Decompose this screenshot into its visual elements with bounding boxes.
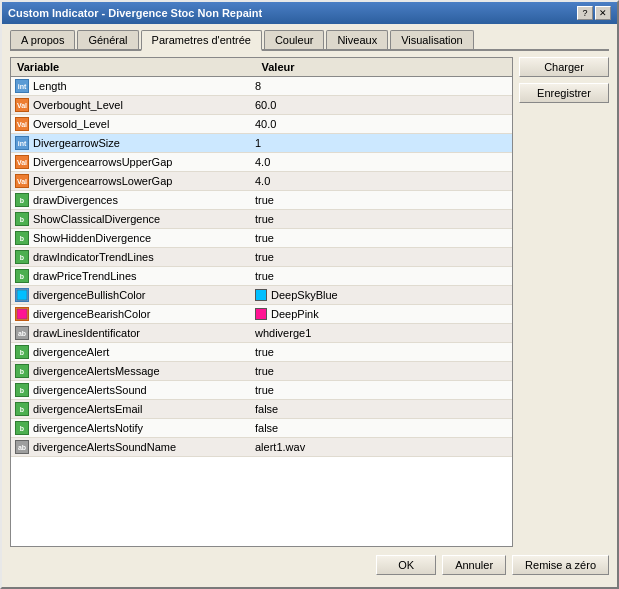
- val-cell: true: [251, 210, 512, 228]
- ok-button[interactable]: OK: [376, 555, 436, 575]
- svg-rect-1: [17, 309, 27, 319]
- table-row[interactable]: ab drawLinesIdentificator whdiverge1: [11, 324, 512, 343]
- val-icon: Val: [15, 98, 29, 112]
- table-row[interactable]: b ShowHiddenDivergence true: [11, 229, 512, 248]
- window-title: Custom Indicator - Divergence Stoc Non R…: [8, 7, 262, 19]
- val-cell: true: [251, 362, 512, 380]
- val-icon: Val: [15, 117, 29, 131]
- val-icon: Val: [15, 155, 29, 169]
- val-cell: true: [251, 343, 512, 361]
- table-row[interactable]: Val DivergencearrowsUpperGap 4.0: [11, 153, 512, 172]
- tab-apropos[interactable]: A propos: [10, 30, 75, 49]
- str-icon: ab: [15, 326, 29, 340]
- val-cell: DeepSkyBlue: [251, 286, 512, 304]
- enregistrer-button[interactable]: Enregistrer: [519, 83, 609, 103]
- val-cell: 4.0: [251, 153, 512, 171]
- annuler-button[interactable]: Annuler: [442, 555, 506, 575]
- var-value: false: [255, 403, 278, 415]
- var-name: divergenceBullishColor: [33, 289, 146, 301]
- var-name: divergenceAlertsSoundName: [33, 441, 176, 453]
- var-name: divergenceAlertsSound: [33, 384, 147, 396]
- tab-visualisation[interactable]: Visualisation: [390, 30, 474, 49]
- var-name: divergenceAlertsMessage: [33, 365, 160, 377]
- var-name: drawLinesIdentificator: [33, 327, 140, 339]
- var-cell: b divergenceAlertsSound: [11, 381, 251, 399]
- table-row[interactable]: b divergenceAlertsNotify false: [11, 419, 512, 438]
- table-row[interactable]: ab divergenceAlertsSoundName alert1.wav: [11, 438, 512, 457]
- var-cell: int DivergearrowSize: [11, 134, 251, 152]
- int-icon: int: [15, 136, 29, 150]
- table-row[interactable]: b drawDivergences true: [11, 191, 512, 210]
- val-cell: 1: [251, 134, 512, 152]
- var-cell: b ShowHiddenDivergence: [11, 229, 251, 247]
- val-cell: alert1.wav: [251, 438, 512, 456]
- table-row[interactable]: b divergenceAlertsMessage true: [11, 362, 512, 381]
- close-button[interactable]: ✕: [595, 6, 611, 20]
- table-row[interactable]: b divergenceAlert true: [11, 343, 512, 362]
- val-cell: true: [251, 267, 512, 285]
- var-name: divergenceBearishColor: [33, 308, 150, 320]
- color-swatch: [255, 308, 267, 320]
- bool-icon: b: [15, 212, 29, 226]
- var-name: ShowHiddenDivergence: [33, 232, 151, 244]
- val-cell: DeepPink: [251, 305, 512, 323]
- bool-icon: b: [15, 402, 29, 416]
- color-icon: [15, 307, 29, 321]
- col-valeur: Valeur: [262, 61, 507, 73]
- color-icon: [15, 288, 29, 302]
- val-cell: false: [251, 400, 512, 418]
- table-row[interactable]: int Length 8: [11, 77, 512, 96]
- footer: OK Annuler Remise a zéro: [10, 547, 609, 579]
- var-name: Length: [33, 80, 67, 92]
- var-value: 4.0: [255, 156, 270, 168]
- val-cell: whdiverge1: [251, 324, 512, 342]
- table-row[interactable]: Val Overbought_Level 60.0: [11, 96, 512, 115]
- var-name: ShowClassicalDivergence: [33, 213, 160, 225]
- table-row[interactable]: b divergenceAlertsEmail false: [11, 400, 512, 419]
- var-value: 60.0: [255, 99, 276, 111]
- var-cell: b divergenceAlertsNotify: [11, 419, 251, 437]
- bool-icon: b: [15, 383, 29, 397]
- var-name: divergenceAlertsEmail: [33, 403, 142, 415]
- val-cell: 8: [251, 77, 512, 95]
- var-cell: b divergenceAlertsMessage: [11, 362, 251, 380]
- bool-icon: b: [15, 231, 29, 245]
- help-button[interactable]: ?: [577, 6, 593, 20]
- tab-couleur[interactable]: Couleur: [264, 30, 325, 49]
- var-name: DivergearrowSize: [33, 137, 120, 149]
- var-value: true: [255, 213, 274, 225]
- var-name: Overbought_Level: [33, 99, 123, 111]
- var-cell: b drawPriceTrendLines: [11, 267, 251, 285]
- parameters-table: Variable Valeur int Length 8: [10, 57, 513, 547]
- table-row[interactable]: b divergenceAlertsSound true: [11, 381, 512, 400]
- table-row[interactable]: b drawPriceTrendLines true: [11, 267, 512, 286]
- bool-icon: b: [15, 269, 29, 283]
- var-cell: b drawIndicatorTrendLines: [11, 248, 251, 266]
- remise-button[interactable]: Remise a zéro: [512, 555, 609, 575]
- tab-general[interactable]: Général: [77, 30, 138, 49]
- title-bar: Custom Indicator - Divergence Stoc Non R…: [2, 2, 617, 24]
- tab-parametres[interactable]: Parametres d'entrée: [141, 30, 262, 51]
- str-icon: ab: [15, 440, 29, 454]
- table-row[interactable]: divergenceBullishColor DeepSkyBlue: [11, 286, 512, 305]
- var-cell: divergenceBullishColor: [11, 286, 251, 304]
- var-value: 1: [255, 137, 261, 149]
- table-row[interactable]: Val DivergencearrowsLowerGap 4.0: [11, 172, 512, 191]
- var-name: divergenceAlert: [33, 346, 109, 358]
- table-row[interactable]: b drawIndicatorTrendLines true: [11, 248, 512, 267]
- bool-icon: b: [15, 193, 29, 207]
- table-row[interactable]: int DivergearrowSize 1: [11, 134, 512, 153]
- var-value: true: [255, 365, 274, 377]
- var-cell: Val DivergencearrowsLowerGap: [11, 172, 251, 190]
- var-cell: b divergenceAlertsEmail: [11, 400, 251, 418]
- tab-niveaux[interactable]: Niveaux: [326, 30, 388, 49]
- val-cell: true: [251, 229, 512, 247]
- table-row[interactable]: b ShowClassicalDivergence true: [11, 210, 512, 229]
- table-row[interactable]: divergenceBearishColor DeepPink: [11, 305, 512, 324]
- var-cell: Val DivergencearrowsUpperGap: [11, 153, 251, 171]
- val-cell: true: [251, 191, 512, 209]
- table-row[interactable]: Val Oversold_Level 40.0: [11, 115, 512, 134]
- val-icon: Val: [15, 174, 29, 188]
- charger-button[interactable]: Charger: [519, 57, 609, 77]
- table-header: Variable Valeur: [11, 58, 512, 77]
